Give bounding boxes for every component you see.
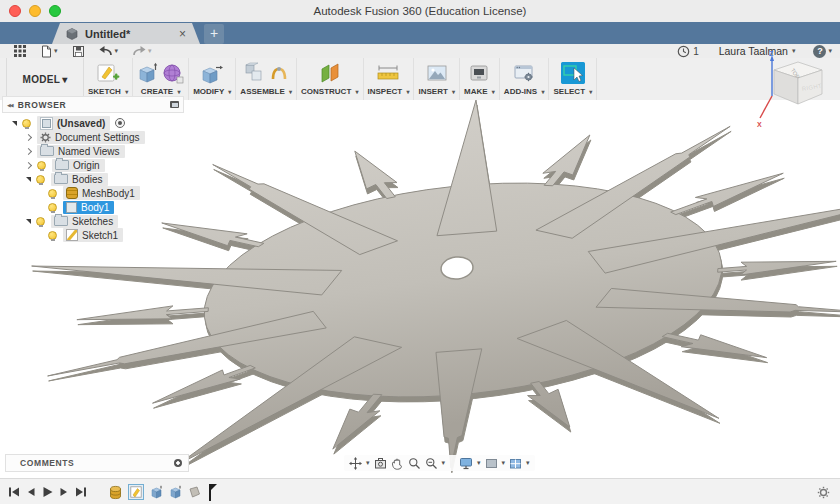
expander-open-icon[interactable]: [26, 219, 31, 224]
chevron-down-icon: ▾: [62, 74, 67, 85]
tree-item-label: (Unsaved): [57, 118, 105, 129]
orbit-icon[interactable]: [374, 457, 387, 470]
zoom-icon[interactable]: [408, 457, 421, 470]
tree-item-meshbody1[interactable]: MeshBody1: [2, 186, 184, 200]
chevron-down-icon[interactable]: ▾: [502, 459, 506, 467]
go-to-start-button[interactable]: [8, 486, 20, 498]
group-label: MAKE: [464, 87, 488, 96]
tree-item-label: Sketches: [72, 216, 113, 227]
chevron-down-icon: ▾: [406, 89, 409, 95]
view-cube[interactable]: Z X TOP RIGHT: [756, 48, 836, 128]
chevron-down-icon[interactable]: ▾: [442, 459, 446, 467]
timeline-position-marker[interactable]: [209, 484, 211, 501]
model-spike[interactable]: [668, 173, 786, 215]
step-back-button[interactable]: [26, 486, 36, 498]
ribbon-group-sketch[interactable]: SKETCH ▾: [84, 58, 133, 100]
timeline-meshbody-feature[interactable]: [109, 485, 122, 500]
tree-item-sketches[interactable]: Sketches: [2, 214, 184, 228]
model-spike[interactable]: [355, 147, 399, 201]
visibility-bulb-icon[interactable]: [48, 231, 57, 240]
zoom-window-icon[interactable]: [425, 457, 438, 470]
visibility-bulb-icon[interactable]: [22, 119, 31, 128]
tree-item-named-views[interactable]: Named Views: [2, 144, 184, 158]
ribbon-group-select[interactable]: SELECT ▾: [549, 58, 597, 100]
go-to-end-button[interactable]: [75, 486, 87, 498]
model-spike[interactable]: [526, 379, 570, 431]
tree-item-bodies[interactable]: Bodies: [2, 172, 184, 186]
comments-panel[interactable]: COMMENTS: [5, 454, 189, 472]
file-menu-button[interactable]: ▾: [40, 45, 58, 58]
pan-hand-icon[interactable]: [391, 457, 404, 470]
visibility-bulb-icon[interactable]: [36, 175, 45, 184]
tree-item-label: Document Settings: [55, 132, 140, 143]
modify-tool-icon: [200, 62, 224, 84]
tab-close-icon[interactable]: ×: [179, 27, 186, 41]
expander-closed-icon[interactable]: [25, 161, 32, 168]
model-spike[interactable]: [150, 365, 258, 403]
chevron-down-icon[interactable]: ▾: [526, 459, 530, 467]
ribbon-group-make[interactable]: MAKE ▾: [460, 58, 500, 100]
ribbon-group-modify[interactable]: MODIFY ▾: [189, 58, 236, 100]
visibility-bulb-icon[interactable]: [37, 161, 46, 170]
model-spike[interactable]: [77, 302, 210, 328]
chevron-down-icon: ▾: [125, 89, 128, 95]
chevron-down-icon[interactable]: ▾: [366, 459, 370, 467]
step-forward-button[interactable]: [59, 486, 69, 498]
activate-component-radio[interactable]: [115, 118, 125, 128]
expander-open-icon[interactable]: [26, 177, 31, 182]
sketch-feature-icon: [130, 486, 142, 498]
comments-options-icon[interactable]: [174, 459, 182, 467]
tree-item-document-settings[interactable]: Document Settings: [2, 130, 184, 144]
folder-icon: [40, 146, 54, 156]
timeline-settings-gear-icon[interactable]: [817, 486, 830, 499]
timeline-body-feature[interactable]: [188, 485, 201, 499]
data-panel-button[interactable]: [14, 45, 26, 57]
assemble-joint-icon: [269, 62, 289, 84]
tree-item-unsaved[interactable]: (Unsaved): [2, 116, 184, 130]
ribbon-group-inspect[interactable]: INSPECT ▾: [364, 58, 415, 100]
timeline-extrude-feature[interactable]: [169, 485, 182, 499]
new-tab-button[interactable]: +: [204, 24, 224, 44]
tree-item-label: MeshBody1: [82, 188, 135, 199]
ribbon-group-assemble[interactable]: ASSEMBLE ▾: [236, 58, 297, 100]
expander-closed-icon[interactable]: [25, 147, 32, 154]
ribbon-group-addins[interactable]: ADD-INS ▾: [500, 58, 550, 100]
pan-icon[interactable]: [349, 457, 362, 470]
visibility-bulb-icon[interactable]: [36, 217, 45, 226]
timeline-sketch-feature[interactable]: [128, 484, 144, 500]
expander-closed-icon[interactable]: [25, 133, 32, 140]
model-spike[interactable]: [717, 252, 837, 277]
undo-button[interactable]: ▾: [99, 45, 119, 57]
tab-untitled[interactable]: Untitled* ×: [52, 23, 200, 44]
measure-icon: [376, 62, 400, 84]
insert-image-icon: [425, 62, 449, 84]
ribbon-group-construct[interactable]: CONSTRUCT ▾: [297, 58, 363, 100]
ribbon-group-insert[interactable]: INSERT ▾: [414, 58, 460, 100]
model-spike[interactable]: [539, 135, 594, 187]
folder-icon: [55, 160, 69, 170]
tree-item-sketch1[interactable]: Sketch1: [2, 228, 184, 242]
viewports-icon[interactable]: [509, 457, 522, 470]
chevron-down-icon[interactable]: ▾: [477, 459, 481, 467]
quick-access-toolbar: ▾ ▾ ▾: [0, 44, 840, 58]
tree-item-body1[interactable]: Body1: [2, 200, 184, 214]
tree-item-label: Body1: [81, 202, 109, 213]
save-button[interactable]: [72, 45, 85, 58]
browser-header[interactable]: ◀◀ BROWSER: [2, 96, 184, 113]
display-settings-icon[interactable]: [170, 101, 179, 108]
ribbon-group-create[interactable]: CREATE ▾: [133, 58, 189, 100]
visibility-bulb-icon[interactable]: [48, 203, 57, 212]
timeline-extrude-feature[interactable]: [150, 485, 163, 499]
addins-window-icon: [512, 62, 536, 84]
job-status-button[interactable]: 1: [677, 45, 715, 58]
visibility-bulb-icon[interactable]: [48, 189, 57, 198]
grid-layout-icon[interactable]: [485, 457, 498, 470]
play-button[interactable]: [42, 486, 53, 498]
model-spike[interactable]: [328, 393, 387, 449]
collapse-panel-icon[interactable]: ◀◀: [7, 102, 13, 108]
display-settings-icon[interactable]: [459, 457, 473, 470]
expander-open-icon[interactable]: [12, 121, 17, 126]
workspace-selector[interactable]: MODEL ▾: [6, 58, 84, 100]
redo-button[interactable]: ▾: [132, 45, 152, 57]
tree-item-origin[interactable]: Origin: [2, 158, 184, 172]
